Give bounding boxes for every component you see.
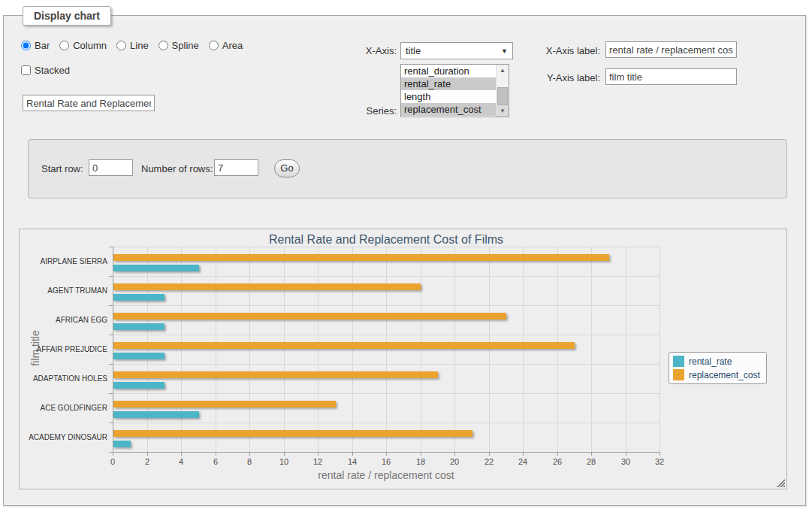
tick-mark xyxy=(147,453,148,456)
gridline-vertical xyxy=(591,247,592,452)
chart-bar-replacement_cost[interactable] xyxy=(113,254,609,261)
category-label: AIRPLANE SIERRA xyxy=(20,247,107,276)
page: Display chart Bar Column Line Spline Are… xyxy=(0,0,812,512)
scrollbar-thumb[interactable] xyxy=(497,87,508,105)
category-label: AGENT TRUMAN xyxy=(20,276,107,305)
chart-bar-replacement_cost[interactable] xyxy=(113,430,472,437)
gridline-horizontal xyxy=(113,305,660,306)
chart-bar-rental_rate[interactable] xyxy=(113,265,199,271)
chart-bar-rental_rate[interactable] xyxy=(113,294,165,301)
chart-bar-replacement_cost[interactable] xyxy=(113,401,336,407)
x-tick-label: 12 xyxy=(306,457,329,466)
legend-label: replacement_cost xyxy=(689,370,760,380)
tick-mark xyxy=(249,453,250,456)
x-tick-label: 8 xyxy=(238,457,261,466)
radio-area-input[interactable] xyxy=(209,41,219,50)
gridline-horizontal xyxy=(113,423,660,423)
legend-swatch xyxy=(673,369,684,380)
series-option[interactable]: rental_duration xyxy=(401,65,496,77)
chart-bar-replacement_cost[interactable] xyxy=(113,313,506,320)
chart-bar-rental_rate[interactable] xyxy=(113,353,165,359)
num-rows-input[interactable] xyxy=(214,159,258,176)
radio-line-input[interactable] xyxy=(116,41,126,50)
gridline-vertical xyxy=(626,247,626,452)
radio-column-input[interactable] xyxy=(59,41,69,50)
legend-label: rental_rate xyxy=(689,356,732,367)
yaxis-line xyxy=(113,247,113,453)
series-option[interactable]: replacement_cost xyxy=(401,103,496,116)
x-tick-label: 4 xyxy=(170,457,192,466)
radio-column[interactable]: Column xyxy=(59,40,107,51)
chart-bar-rental_rate[interactable] xyxy=(113,411,199,418)
yaxis-label-input[interactable] xyxy=(605,68,737,85)
chart-title-input[interactable] xyxy=(23,95,155,111)
start-row-input[interactable] xyxy=(89,159,133,176)
x-tick-label: 14 xyxy=(341,457,364,466)
xaxis-label-input[interactable] xyxy=(605,41,737,58)
radio-area[interactable]: Area xyxy=(209,40,243,51)
x-tick-label: 30 xyxy=(614,457,637,466)
tick-mark xyxy=(489,453,490,456)
gridline-vertical xyxy=(318,247,318,452)
chart-bar-rental_rate[interactable] xyxy=(113,382,165,389)
chart-bar-replacement_cost[interactable] xyxy=(113,283,421,290)
series-scrollbar[interactable]: ▲ ▼ xyxy=(496,65,509,117)
series-multiselect[interactable]: rental_durationrental_ratelengthreplacem… xyxy=(400,64,509,117)
stacked-checkbox[interactable] xyxy=(21,65,31,75)
legend-item[interactable]: rental_rate xyxy=(673,356,760,367)
gridline-vertical xyxy=(660,247,660,452)
tick-mark xyxy=(318,453,318,456)
stacked-checkbox-row[interactable]: Stacked xyxy=(21,65,70,76)
x-tick-label: 16 xyxy=(375,457,397,466)
series-option[interactable]: rental_rate xyxy=(401,77,496,90)
chart-legend: rental_ratereplacement_cost xyxy=(669,352,767,384)
radio-line-label: Line xyxy=(130,40,149,51)
chart-container: Rental Rate and Replacement Cost of Film… xyxy=(19,229,787,489)
resize-grip[interactable] xyxy=(776,478,785,487)
tick-mark xyxy=(109,305,113,306)
tick-mark xyxy=(591,453,592,456)
radio-line[interactable]: Line xyxy=(116,40,149,51)
tick-mark xyxy=(454,453,455,456)
xaxis-select[interactable]: title ▼ xyxy=(400,42,513,59)
x-tick-label: 18 xyxy=(409,457,432,466)
tick-mark xyxy=(113,453,113,456)
x-tick-label: 22 xyxy=(478,457,500,466)
chart-bar-replacement_cost[interactable] xyxy=(113,342,575,349)
xaxis-label-label: X-Axis label: xyxy=(529,45,600,56)
scroll-up-icon[interactable]: ▲ xyxy=(497,65,509,76)
radio-spline[interactable]: Spline xyxy=(158,40,199,51)
category-label: AFRICAN EGG xyxy=(20,305,107,335)
chart-bar-rental_rate[interactable] xyxy=(113,323,165,330)
radio-bar-input[interactable] xyxy=(21,41,31,50)
scroll-down-icon[interactable]: ▼ xyxy=(497,105,509,117)
xaxis-select-label: X-Axis: xyxy=(344,45,397,56)
chart-bar-rental_rate[interactable] xyxy=(113,441,131,447)
gridline-vertical xyxy=(489,247,490,452)
radio-spline-input[interactable] xyxy=(158,41,168,50)
gridline-vertical xyxy=(557,247,558,452)
series-option[interactable]: length xyxy=(401,90,496,103)
category-label: ACE GOLDFINGER xyxy=(20,393,107,423)
radio-bar[interactable]: Bar xyxy=(21,40,50,51)
legend-item[interactable]: replacement_cost xyxy=(673,369,760,380)
category-label: ACADEMY DINOSAUR xyxy=(20,423,107,452)
series-options: rental_durationrental_ratelengthreplacem… xyxy=(401,65,496,116)
tick-mark xyxy=(109,247,113,247)
num-rows-label: Number of rows: xyxy=(141,163,213,174)
category-label: ADAPTATION HOLES xyxy=(20,364,107,393)
chart-title: Rental Rate and Replacement Cost of Film… xyxy=(113,233,660,247)
tick-mark xyxy=(109,393,113,394)
gridline-horizontal xyxy=(113,276,660,277)
go-button[interactable]: Go xyxy=(274,159,300,177)
gridline-horizontal xyxy=(113,364,660,365)
tick-mark xyxy=(181,453,182,456)
chart-bar-replacement_cost[interactable] xyxy=(113,371,438,378)
gridline-vertical xyxy=(454,247,455,452)
gridline-vertical xyxy=(181,247,182,452)
radio-spline-label: Spline xyxy=(172,40,199,51)
gridline-vertical xyxy=(352,247,353,452)
tick-mark xyxy=(523,453,524,456)
gridline-vertical xyxy=(523,247,524,452)
series-select-label: Series: xyxy=(344,105,397,117)
